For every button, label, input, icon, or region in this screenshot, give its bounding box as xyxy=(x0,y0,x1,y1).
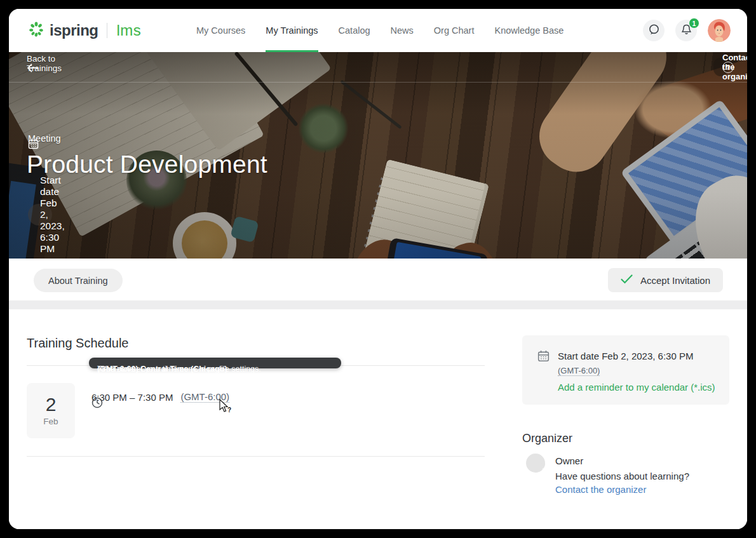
card-start-date: Start date Feb 2, 2023, 6:30 PM xyxy=(558,351,693,361)
timezone-tooltip: Time zone: (GMT-6:00) Central Time (Chic… xyxy=(89,358,341,368)
logo-text-secondary: lms xyxy=(117,22,142,39)
start-date-card: Start date Feb 2, 2023, 6:30 PM (GMT-6:0… xyxy=(522,335,729,405)
session-date-box: 2 Feb xyxy=(27,383,75,438)
brand-logo[interactable]: ispring lms xyxy=(28,21,141,40)
app-window: ispring lms My Courses My Trainings Cata… xyxy=(9,9,747,529)
session-day: 2 xyxy=(46,395,57,414)
notification-badge: 1 xyxy=(689,18,699,29)
accept-invitation-button[interactable]: Accept Invitation xyxy=(608,268,723,292)
schedule-heading: Training Schedule xyxy=(27,336,128,351)
nav-item-catalog[interactable]: Catalog xyxy=(339,9,370,52)
svg-text:?: ? xyxy=(227,407,231,414)
user-avatar[interactable] xyxy=(708,19,731,42)
session-time-row: 6:30 PM – 7:30 PM (GMT-6:00) xyxy=(91,391,229,403)
main-nav: My Courses My Trainings Catalog News Org… xyxy=(196,9,564,52)
top-navbar: ispring lms My Courses My Trainings Cata… xyxy=(9,9,747,52)
main-content: Training Schedule Time zone: (GMT-6:00) … xyxy=(9,309,747,529)
divider xyxy=(27,456,485,457)
hero-banner: 85.00% Back to Trainings Contact the org… xyxy=(9,52,747,259)
chat-bubble-icon xyxy=(648,24,660,38)
organizer-heading: Organizer xyxy=(522,432,572,445)
nav-item-my-courses[interactable]: My Courses xyxy=(196,9,245,52)
training-type-label: Meeting xyxy=(28,133,61,144)
organizer-name: Owner xyxy=(555,455,583,466)
contact-organizer-link[interactable]: Contact the organizer xyxy=(555,484,646,495)
nav-item-news[interactable]: News xyxy=(391,9,414,52)
start-date-pill: Start date Feb 2, 2023, 6:30 PM xyxy=(28,204,52,225)
card-timezone-link[interactable]: (GMT-6:00) xyxy=(558,366,600,376)
nav-item-my-trainings[interactable]: My Trainings xyxy=(266,9,318,52)
organizer-question: Have questions about learning? xyxy=(555,471,689,481)
start-date-pill-label: Start date Feb 2, 2023, 6:30 PM xyxy=(40,175,65,255)
chat-button[interactable] xyxy=(643,20,665,41)
notifications-button[interactable]: 1 xyxy=(675,20,697,41)
training-toolbar: About Training Accept Invitation xyxy=(9,259,747,300)
section-divider-band xyxy=(9,300,747,309)
hero-divider-line xyxy=(9,82,747,83)
logo-divider xyxy=(107,23,107,38)
session-month: Feb xyxy=(43,417,58,426)
tooltip-text-suffix: . You can set your time zone in profile … xyxy=(97,363,261,375)
session-time: 6:30 PM – 7:30 PM xyxy=(91,392,173,403)
logo-text-primary: ispring xyxy=(50,22,98,39)
contact-organizer-button[interactable]: Contact the organizer ? xyxy=(713,58,728,76)
check-icon xyxy=(621,274,633,286)
ispring-flower-icon xyxy=(28,21,44,40)
nav-item-org-chart[interactable]: Org Chart xyxy=(434,9,475,52)
add-reminder-link[interactable]: Add a reminder to my calendar (*.ics) xyxy=(558,382,715,393)
back-link-label: Back to Trainings xyxy=(27,54,62,73)
header-actions: 1 xyxy=(643,9,731,52)
organizer-avatar xyxy=(526,454,545,473)
tab-about-training[interactable]: About Training xyxy=(34,269,123,292)
nav-item-knowledge-base[interactable]: Knowledge Base xyxy=(494,9,564,52)
help-circle-icon[interactable]: ? xyxy=(722,62,734,73)
accept-invitation-label: Accept Invitation xyxy=(640,275,710,286)
